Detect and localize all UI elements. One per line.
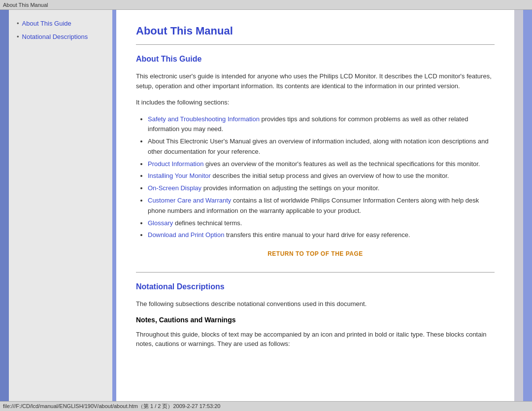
sidebar-link-about-guide[interactable]: About This Guide	[22, 20, 71, 27]
list-item-about-manual-text: About This Electronic User's Manual give…	[148, 137, 489, 155]
list-item-about-manual: About This Electronic User's Manual give…	[148, 137, 495, 157]
list-item-download-text: transfers this entire manual to your har…	[224, 231, 410, 239]
right-accent-strip-1	[514, 10, 523, 401]
list-item-osd-text: provides information on adjusting the se…	[201, 184, 379, 192]
sidebar-item-notational: Notational Descriptions	[17, 33, 104, 40]
link-download[interactable]: Download and Print Option	[148, 231, 224, 239]
title-bar: About This Manual	[0, 0, 532, 10]
content-area: About This Manual About This Guide This …	[116, 10, 514, 401]
section-about-guide: About This Guide This electronic user's …	[136, 55, 495, 257]
list-item-installing-text: describes the initial setup process and …	[211, 172, 449, 179]
sidebar: About This Guide Notational Descriptions	[9, 10, 112, 401]
list-item-download: Download and Print Option transfers this…	[148, 230, 495, 240]
link-product-info[interactable]: Product Information	[148, 160, 203, 168]
list-item-installing: Installing Your Monitor describes the in…	[148, 171, 495, 181]
notes-para-1: Throughout this guide, blocks of text ma…	[136, 330, 495, 349]
return-to-top-link[interactable]: RETURN TO TOP OF THE PAGE	[136, 250, 495, 257]
list-item-safety: Safety and Troubleshooting Information p…	[148, 114, 495, 135]
link-osd[interactable]: On-Screen Display	[148, 184, 201, 192]
main-layout: About This Guide Notational Descriptions…	[0, 10, 532, 401]
list-item-warranty: Customer Care and Warranty contains a li…	[148, 196, 495, 216]
list-item-osd: On-Screen Display provides information o…	[148, 183, 495, 194]
sidebar-item-about-guide: About This Guide	[17, 20, 104, 27]
page-title: About This Manual	[136, 25, 495, 37]
link-glossary[interactable]: Glossary	[148, 219, 173, 227]
section-divider-2	[136, 272, 495, 273]
status-bar: file:///F:/CD/lcd/manual/ENGLISH/190V/ab…	[0, 401, 532, 411]
status-bar-text: file:///F:/CD/lcd/manual/ENGLISH/190V/ab…	[3, 403, 220, 410]
list-item-product-info-text: gives an overview of the monitor's featu…	[203, 160, 480, 168]
section-heading-about-guide: About This Guide	[136, 55, 495, 64]
left-accent-strip	[0, 10, 9, 401]
about-guide-list: Safety and Troubleshooting Information p…	[148, 114, 495, 241]
link-installing[interactable]: Installing Your Monitor	[148, 172, 211, 179]
sidebar-nav: About This Guide Notational Descriptions	[17, 20, 104, 40]
sidebar-link-notational[interactable]: Notational Descriptions	[22, 33, 88, 40]
title-divider	[136, 44, 495, 45]
about-guide-para-1: This electronic user's guide is intended…	[136, 71, 495, 91]
right-accent-strip-2	[523, 10, 532, 401]
list-item-product-info: Product Information gives an overview of…	[148, 159, 495, 170]
list-item-glossary: Glossary defines technical terms.	[148, 218, 495, 229]
section-heading-notational: Notational Descriptions	[136, 282, 495, 291]
title-bar-text: About This Manual	[3, 2, 48, 8]
section-notational: Notational Descriptions The following su…	[136, 282, 495, 349]
notes-subheading: Notes, Cautions and Warnings	[136, 316, 495, 324]
notational-para-1: The following subsections describe notat…	[136, 299, 495, 309]
list-item-glossary-text: defines technical terms.	[173, 219, 242, 227]
center-accent-strip	[112, 10, 116, 401]
about-guide-para-2: It includes the following sections:	[136, 98, 495, 107]
link-safety[interactable]: Safety and Troubleshooting Information	[148, 115, 260, 123]
link-warranty[interactable]: Customer Care and Warranty	[148, 197, 231, 204]
